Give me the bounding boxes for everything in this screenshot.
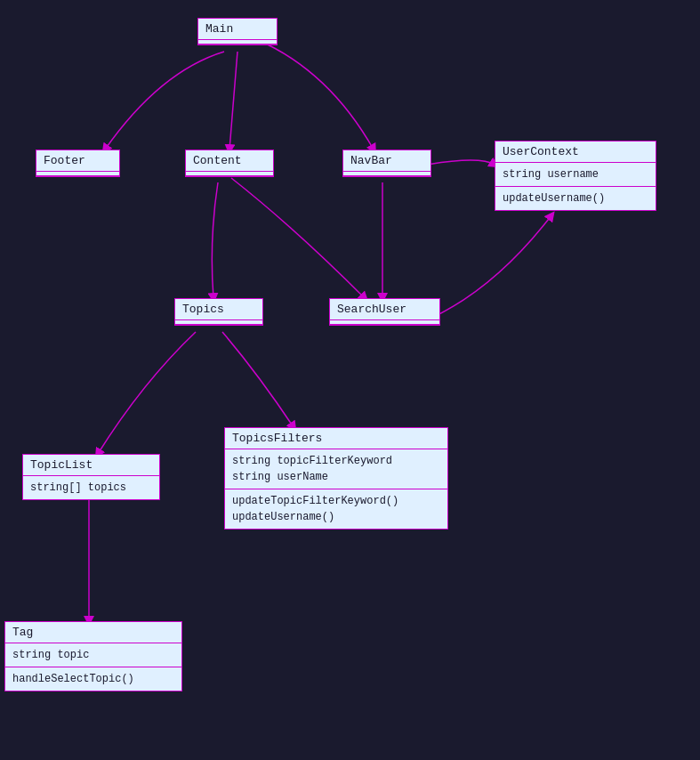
node-searchuser: SearchUser (329, 298, 440, 326)
node-topiclist: TopicList string[] topics (22, 454, 160, 500)
node-topics: Topics (174, 298, 263, 326)
topiclist-title: TopicList (23, 455, 159, 475)
node-footer: Footer (36, 150, 120, 177)
main-title: Main (198, 19, 277, 39)
node-navbar: NavBar (342, 150, 431, 177)
topics-title: Topics (175, 299, 262, 319)
content-title: Content (186, 150, 273, 171)
diagram-container: Main Footer Content NavBar UserContext s… (0, 0, 700, 760)
tag-methods: handleSelectTopic() (5, 667, 181, 691)
usercontext-props: string username (495, 163, 656, 186)
node-tag: Tag string topic handleSelectTopic() (4, 621, 182, 691)
tag-props: string topic (5, 643, 181, 667)
node-topicsfilters: TopicsFilters string topicFilterKeywords… (224, 427, 448, 530)
node-usercontext: UserContext string username updateUserna… (495, 141, 656, 211)
navbar-title: NavBar (343, 150, 430, 171)
node-content: Content (185, 150, 274, 177)
searchuser-title: SearchUser (330, 299, 439, 319)
topiclist-props: string[] topics (23, 476, 159, 499)
node-main: Main (197, 18, 278, 45)
tag-title: Tag (5, 622, 181, 643)
topicsfilters-props: string topicFilterKeywordstring userName (225, 449, 447, 489)
usercontext-title: UserContext (495, 141, 656, 162)
topicsfilters-title: TopicsFilters (225, 428, 447, 449)
footer-title: Footer (36, 150, 119, 171)
usercontext-methods: updateUsername() (495, 187, 656, 210)
topicsfilters-methods: updateTopicFilterKeyword()updateUsername… (225, 489, 447, 529)
